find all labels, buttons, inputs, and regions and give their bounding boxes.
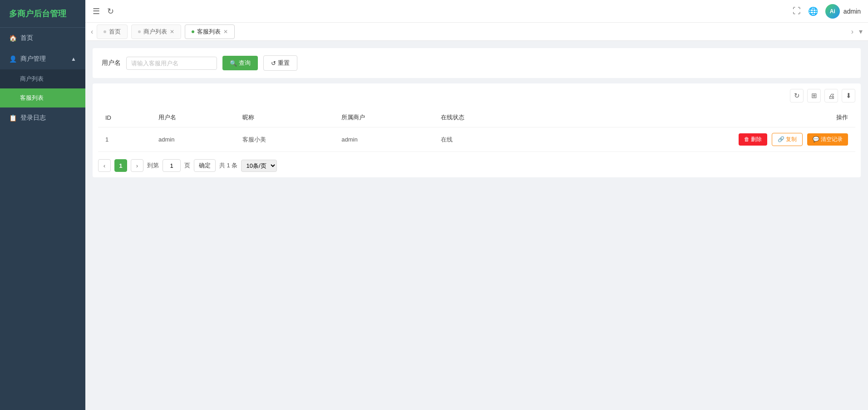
search-button[interactable]: 🔍 查询 [222,56,258,70]
col-merchant: 所属商户 [334,108,433,127]
cell-id: 1 [98,127,151,152]
col-online-status: 在线状态 [434,108,533,127]
sidebar-item-home[interactable]: 🏠 首页 [0,28,85,49]
goto-label: 到第 [147,161,159,170]
col-username: 用户名 [151,108,235,127]
tab-customer-service-list[interactable]: 客服列表 ✕ [185,24,235,39]
clear-btn[interactable]: 💬 清空记录 [807,133,848,146]
page-1-btn[interactable]: 1 [114,159,127,172]
sidebar-menu: 🏠 首页 👤 商户管理 ▲ 商户列表 客服列表 📋 登录日志 [0,28,85,410]
log-icon: 📋 [9,114,17,122]
table-row: 1 admin 客服小美 admin 在线 🗑 删除 🔗 复制 💬 清空记录 [98,127,855,152]
sidebar: 多商户后台管理 🏠 首页 👤 商户管理 ▲ 商户列表 客服列表 📋 登录日志 [0,0,85,410]
col-nickname: 昵称 [235,108,334,127]
tab-home-label: 首页 [109,28,121,36]
sidebar-item-merchant-list[interactable]: 商户列表 [0,69,85,88]
table-toolbar: ↻ ⊞ 🖨 ⬇ [98,89,855,102]
tab-merchant-list[interactable]: 商户列表 ✕ [131,24,181,39]
tab-merchant-list-close[interactable]: ✕ [170,29,174,35]
reset-icon: ↺ [271,60,276,67]
refresh-table-btn[interactable]: ↻ [790,89,804,102]
tab-customer-service-dot [192,30,194,33]
tab-home-dot [104,30,106,33]
search-icon: 🔍 [230,60,237,67]
submenu-merchant: 商户列表 客服列表 [0,69,85,107]
tab-prev-btn[interactable]: ‹ [89,26,95,38]
col-actions: 操作 [533,108,855,127]
filter-card: 用户名 🔍 查询 ↺ 重置 [93,48,861,78]
merchant-icon: 👤 [9,55,17,63]
cell-actions: 🗑 删除 🔗 复制 💬 清空记录 [533,127,855,152]
table-body: 1 admin 客服小美 admin 在线 🗑 删除 🔗 复制 💬 清空记录 [98,127,855,152]
tab-merchant-list-dot [138,30,141,33]
avatar: Ai [825,4,840,19]
filter-username-input[interactable] [126,57,217,70]
filter-username-label: 用户名 [102,59,121,67]
tabbar: ‹ 首页 商户列表 ✕ 客服列表 ✕ › ▾ [85,23,868,41]
tab-more-btn[interactable]: ▾ [857,25,864,38]
total-label: 共 1 条 [219,161,237,170]
copy-btn[interactable]: 🔗 复制 [772,133,803,146]
tab-customer-service-label: 客服列表 [197,28,221,36]
print-btn[interactable]: 🖨 [824,89,838,102]
page-label: 页 [184,161,190,170]
per-page-select[interactable]: 10条/页 20条/页 50条/页 [241,160,277,172]
cell-online-status: 在线 [434,127,533,152]
refresh-page-icon[interactable]: ↻ [107,6,114,16]
sidebar-item-merchant-management[interactable]: 👤 商户管理 ▲ [0,49,85,69]
fullscreen-icon[interactable]: ⛶ [793,6,801,16]
home-icon: 🏠 [9,34,17,42]
page-next-btn[interactable]: › [131,159,143,172]
table-card: ↻ ⊞ 🖨 ⬇ ID 用户名 昵称 所属商户 在线状态 操作 [93,83,861,177]
tab-home[interactable]: 首页 [97,24,128,39]
cell-username: admin [151,127,235,152]
pagination: ‹ 1 › 到第 页 确定 共 1 条 10条/页 20条/页 50条/页 [98,159,855,172]
chevron-up-icon: ▲ [71,56,76,62]
col-id: ID [98,108,151,127]
data-table: ID 用户名 昵称 所属商户 在线状态 操作 1 admin 客服小美 admi… [98,108,855,152]
tab-next-btn[interactable]: › [849,26,855,38]
sidebar-item-customer-service-list[interactable]: 客服列表 [0,88,85,107]
menu-toggle-icon[interactable]: ☰ [93,6,100,16]
admin-name: admin [843,8,861,15]
page-prev-btn[interactable]: ‹ [98,159,111,172]
delete-btn[interactable]: 🗑 删除 [739,133,767,146]
export-btn[interactable]: ⬇ [842,89,855,102]
sidebar-logo: 多商户后台管理 [0,0,85,28]
main-area: ☰ ↻ ⛶ 🌐 Ai admin ‹ 首页 商户列表 ✕ [85,0,868,410]
page-confirm-btn[interactable]: 确定 [194,159,216,172]
column-settings-btn[interactable]: ⊞ [807,89,821,102]
page-content: 用户名 🔍 查询 ↺ 重置 ↻ ⊞ 🖨 ⬇ [85,41,868,410]
cell-nickname: 客服小美 [235,127,334,152]
tab-customer-service-close[interactable]: ✕ [223,29,228,35]
sidebar-item-login-log[interactable]: 📋 登录日志 [0,107,85,128]
table-header: ID 用户名 昵称 所属商户 在线状态 操作 [98,108,855,127]
page-goto-input[interactable] [163,159,181,172]
reset-button[interactable]: ↺ 重置 [263,55,297,71]
language-icon[interactable]: 🌐 [808,6,818,16]
cell-merchant: admin [334,127,433,152]
admin-area[interactable]: Ai admin [825,4,861,19]
tab-merchant-list-label: 商户列表 [143,28,167,36]
topbar: ☰ ↻ ⛶ 🌐 Ai admin [85,0,868,23]
